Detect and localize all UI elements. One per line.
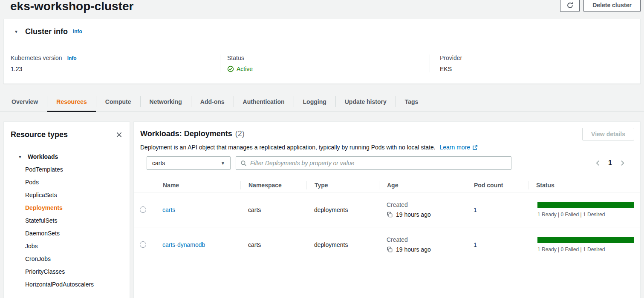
tab-tags[interactable]: Tags: [396, 92, 427, 112]
column-header-namespace[interactable]: Namespace: [240, 181, 306, 189]
cell-status: 1 Ready | 0 Failed | 1 Desired: [528, 237, 640, 252]
tab-add-ons[interactable]: Add-ons: [191, 92, 234, 112]
sidebar-item-horizontalpodautoscalers[interactable]: HorizontalPodAutoscalers: [4, 278, 130, 291]
header-actions: Delete cluster: [560, 0, 641, 12]
cell-type: deployments: [306, 241, 379, 248]
sidebar-item-statefulsets[interactable]: StatefulSets: [4, 214, 130, 227]
kubernetes-version-value: 1.23: [11, 66, 220, 72]
cluster-info-header[interactable]: ▼ Cluster info Info: [4, 19, 640, 44]
sidebar-item-priorityclasses[interactable]: PriorityClasses: [4, 265, 130, 278]
chevron-left-icon[interactable]: [595, 160, 600, 166]
cell-status: 1 Ready | 0 Failed | 1 Desired: [528, 202, 640, 218]
cell-pod-count: 1: [466, 241, 528, 248]
sidebar-item-podtemplates[interactable]: PodTemplates: [4, 163, 130, 176]
learn-more-label: Learn more: [440, 143, 471, 151]
status-label: Status: [227, 54, 430, 61]
tree-group-workloads[interactable]: ▼ Workloads: [4, 150, 130, 163]
row-radio-button[interactable]: [140, 241, 146, 248]
resource-types-panel: Resource types ▼ Workloads PodTemplates …: [3, 121, 130, 298]
sidebar-item-cronjobs[interactable]: CronJobs: [4, 252, 130, 265]
kubernetes-version-info-link[interactable]: Info: [67, 55, 77, 61]
column-header-name[interactable]: Name: [155, 181, 240, 189]
status-value: Active: [237, 66, 253, 72]
column-header-status[interactable]: Status: [528, 181, 640, 189]
page-number[interactable]: 1: [608, 159, 612, 167]
deployments-count: (2): [235, 129, 245, 138]
refresh-icon: [566, 2, 574, 9]
status-caption: 1 Ready | 0 Failed | 1 Desired: [537, 246, 634, 252]
tab-authentication[interactable]: Authentication: [234, 92, 294, 112]
chevron-down-icon: ▼: [18, 155, 22, 159]
delete-cluster-button[interactable]: Delete cluster: [583, 0, 641, 12]
cluster-info-info-link[interactable]: Info: [73, 29, 82, 34]
field-provider: Provider EKS: [430, 54, 640, 72]
filter-search: [236, 156, 511, 170]
column-header-pod-count[interactable]: Pod count: [466, 181, 528, 189]
check-circle-icon: [227, 66, 234, 72]
tab-networking[interactable]: Networking: [141, 92, 191, 112]
table-row: carts-dynamodb carts deployments Created…: [134, 227, 640, 262]
tab-resources[interactable]: Resources: [47, 92, 96, 112]
search-input[interactable]: [250, 160, 507, 166]
provider-value: EKS: [440, 66, 640, 72]
deployment-link[interactable]: carts-dynamodb: [162, 241, 205, 248]
resource-tree: ▼ Workloads PodTemplates Pods ReplicaSet…: [4, 150, 130, 291]
cell-type: deployments: [306, 206, 379, 213]
cluster-tabs: Overview Resources Compute Networking Ad…: [0, 92, 644, 112]
page-title: eks-workshop-cluster: [10, 0, 133, 14]
close-icon[interactable]: [115, 131, 123, 139]
table-header-row: Name Namespace Type Age Pod count Status: [134, 178, 640, 192]
cluster-info-card: ▼ Cluster info Info Kubernetes version I…: [3, 19, 641, 84]
tab-logging[interactable]: Logging: [294, 92, 335, 112]
sidebar-item-jobs[interactable]: Jobs: [4, 240, 130, 252]
age-value: 19 hours ago: [396, 246, 431, 253]
status-progress-bar: [537, 237, 634, 243]
external-link-icon: [472, 145, 478, 150]
table-row: carts carts deployments Created 19 hours…: [134, 192, 640, 227]
tree-group-label: Workloads: [28, 153, 58, 160]
refresh-button[interactable]: [560, 0, 580, 12]
chevron-right-icon[interactable]: [620, 160, 625, 166]
row-radio-button[interactable]: [140, 206, 146, 213]
filter-type-dropdown[interactable]: carts ▼: [147, 156, 231, 170]
status-progress-bar: [537, 202, 634, 208]
tab-overview[interactable]: Overview: [3, 92, 47, 112]
pagination: 1: [595, 159, 628, 167]
panel-title: Workloads: Deployments: [140, 129, 232, 138]
dropdown-value: carts: [152, 160, 165, 166]
copy-icon[interactable]: [387, 212, 393, 218]
age-created-label: Created: [387, 236, 466, 243]
sidebar-item-pods[interactable]: Pods: [4, 176, 130, 189]
copy-icon[interactable]: [387, 246, 393, 253]
field-kubernetes-version: Kubernetes version Info 1.23: [4, 54, 220, 72]
cluster-info-body: Kubernetes version Info 1.23 Status Acti…: [4, 44, 640, 72]
age-value: 19 hours ago: [396, 211, 431, 218]
tab-compute[interactable]: Compute: [96, 92, 140, 112]
cell-age: Created 19 hours ago: [379, 236, 466, 253]
dropdown-caret-icon: ▼: [221, 161, 225, 166]
column-header-age[interactable]: Age: [379, 181, 466, 189]
deployments-table: Name Namespace Type Age Pod count Status…: [134, 178, 640, 262]
sidebar-item-replicasets[interactable]: ReplicaSets: [4, 189, 130, 201]
selection-column-header: [134, 181, 155, 189]
deployment-link[interactable]: carts: [162, 206, 175, 213]
age-created-label: Created: [387, 201, 466, 208]
panel-description: Deployment is an API object that manages…: [140, 144, 436, 151]
field-status: Status Active: [220, 54, 430, 72]
cluster-info-title: Cluster info: [25, 27, 68, 36]
search-icon: [240, 160, 247, 166]
learn-more-link[interactable]: Learn more: [440, 143, 478, 151]
status-badge: Active: [227, 66, 253, 72]
provider-label: Provider: [440, 54, 640, 61]
cell-namespace: carts: [240, 206, 306, 213]
sidebar-item-deployments[interactable]: Deployments: [4, 201, 130, 214]
tab-update-history[interactable]: Update history: [336, 92, 396, 112]
kubernetes-version-label: Kubernetes version: [11, 54, 62, 61]
column-header-type[interactable]: Type: [306, 181, 379, 189]
cell-age: Created 19 hours ago: [379, 201, 466, 218]
deployments-panel: Workloads: Deployments (2) View details …: [133, 121, 641, 298]
collapse-caret-icon[interactable]: ▼: [14, 29, 18, 34]
view-details-button[interactable]: View details: [582, 128, 634, 140]
sidebar-item-daemonsets[interactable]: DaemonSets: [4, 227, 130, 240]
cell-pod-count: 1: [466, 206, 528, 213]
